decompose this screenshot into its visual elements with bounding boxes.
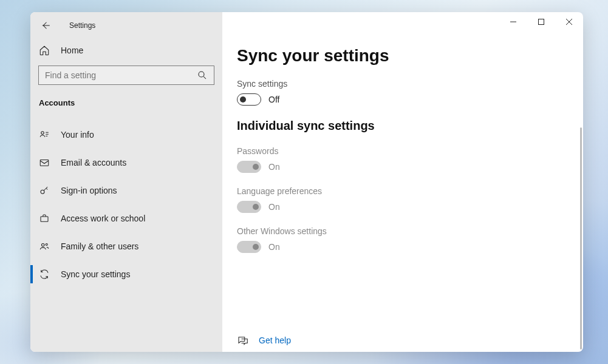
svg-point-3 <box>41 190 44 194</box>
main-pane: Sync your settings Sync settings Off Ind… <box>222 12 583 352</box>
sidebar-item-sync-settings[interactable]: Sync your settings <box>30 260 222 288</box>
sidebar-item-label: Email & accounts <box>61 158 126 167</box>
search-input[interactable] <box>45 70 197 80</box>
passwords-toggle[interactable] <box>237 161 261 173</box>
sidebar: Settings Home Accounts Your info <box>30 12 222 352</box>
briefcase-icon <box>39 213 50 224</box>
sidebar-item-email-accounts[interactable]: Email & accounts <box>30 149 222 177</box>
page-title: Sync your settings <box>237 46 569 66</box>
minimize-button[interactable] <box>499 12 527 32</box>
close-button[interactable] <box>555 12 583 32</box>
svg-point-5 <box>42 244 45 247</box>
people-icon <box>39 241 50 252</box>
home-button[interactable]: Home <box>30 39 222 62</box>
mail-icon <box>39 157 50 168</box>
sidebar-item-work-school[interactable]: Access work or school <box>30 204 222 232</box>
back-button[interactable] <box>39 19 52 32</box>
svg-rect-7 <box>539 19 544 25</box>
sync-settings-label: Sync settings <box>237 79 569 89</box>
sync-settings-row: Off <box>237 93 569 106</box>
other-windows-state: On <box>268 242 280 252</box>
app-title: Settings <box>69 21 95 30</box>
help-chat-icon <box>237 335 248 346</box>
svg-point-6 <box>46 244 47 246</box>
individual-sync-title: Individual sync settings <box>237 119 569 133</box>
language-pref-label: Language preferences <box>237 186 569 196</box>
home-label: Home <box>61 46 83 55</box>
vertical-scrollbar[interactable] <box>580 127 582 349</box>
other-windows-row: On <box>237 241 569 253</box>
other-windows-toggle[interactable] <box>237 241 261 253</box>
get-help-link[interactable]: Get help <box>237 335 291 346</box>
passwords-state: On <box>268 162 280 172</box>
passwords-row: On <box>237 161 569 173</box>
language-pref-state: On <box>268 202 280 212</box>
content-area: Sync your settings Sync settings Off Ind… <box>222 39 583 352</box>
passwords-label: Passwords <box>237 146 569 156</box>
home-icon <box>39 45 50 56</box>
settings-window: Settings Home Accounts Your info <box>30 12 583 352</box>
search-box[interactable] <box>38 66 214 85</box>
sidebar-item-signin-options[interactable]: Sign-in options <box>30 177 222 204</box>
sidebar-nav: Your info Email & accounts Sign-in optio… <box>30 121 222 288</box>
person-card-icon <box>39 129 50 140</box>
get-help-label: Get help <box>259 335 291 345</box>
key-icon <box>39 185 50 196</box>
sidebar-item-family-users[interactable]: Family & other users <box>30 232 222 260</box>
sidebar-section-header: Accounts <box>30 85 222 112</box>
sync-settings-toggle[interactable] <box>237 93 261 106</box>
arrow-left-icon <box>40 20 51 31</box>
sidebar-item-label: Your info <box>61 130 94 140</box>
search-container <box>30 66 222 85</box>
svg-point-0 <box>199 72 204 77</box>
maximize-button[interactable] <box>527 12 555 32</box>
titlebar-left: Settings <box>30 12 222 39</box>
sidebar-item-label: Sign-in options <box>61 186 117 195</box>
other-windows-label: Other Windows settings <box>237 226 569 236</box>
svg-rect-2 <box>40 160 49 166</box>
sidebar-item-label: Family & other users <box>61 241 138 251</box>
svg-point-1 <box>41 132 44 135</box>
language-pref-row: On <box>237 201 569 213</box>
search-icon <box>197 70 208 81</box>
sync-icon <box>39 269 50 280</box>
sidebar-item-your-info[interactable]: Your info <box>30 121 222 149</box>
language-pref-toggle[interactable] <box>237 201 261 213</box>
sync-settings-state: Off <box>268 95 279 104</box>
svg-rect-4 <box>41 217 48 221</box>
window-controls <box>222 12 583 39</box>
sidebar-item-label: Sync your settings <box>61 269 130 279</box>
sidebar-item-label: Access work or school <box>61 214 145 223</box>
